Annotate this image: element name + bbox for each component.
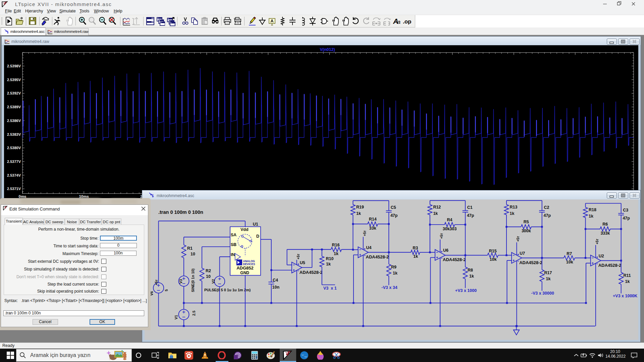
svg-text:+5т: +5т bbox=[363, 230, 367, 236]
svg-text:2.5383V: 2.5383V bbox=[7, 132, 21, 136]
svg-text:R14: R14 bbox=[369, 217, 377, 222]
svg-text:R7: R7 bbox=[567, 251, 572, 256]
svg-text:IN: IN bbox=[231, 252, 235, 257]
svg-text:R13: R13 bbox=[510, 205, 518, 209]
svg-text:SB: SB bbox=[231, 242, 236, 247]
svg-text:+5т: +5т bbox=[516, 236, 520, 242]
svg-text:R4: R4 bbox=[447, 218, 452, 222]
svg-text:47p: 47p bbox=[544, 213, 551, 218]
svg-text:2.5380V: 2.5380V bbox=[7, 146, 21, 150]
svg-text:U5: U5 bbox=[300, 260, 305, 265]
svg-text:R19: R19 bbox=[356, 205, 364, 209]
svg-text:1k: 1k bbox=[393, 271, 397, 276]
svg-text:D: D bbox=[256, 234, 259, 239]
svg-text:DEVICES: DEVICES bbox=[243, 263, 255, 266]
svg-text:R5: R5 bbox=[524, 220, 529, 224]
svg-text:a: a bbox=[397, 19, 400, 25]
svg-text:C3: C3 bbox=[623, 208, 628, 213]
svg-text:333k: 333k bbox=[600, 231, 610, 236]
svg-text:R1: R1 bbox=[187, 246, 193, 251]
svg-text:R16: R16 bbox=[332, 243, 340, 247]
svg-text:ANALOG: ANALOG bbox=[243, 260, 255, 263]
svg-text:+5т: +5т bbox=[595, 239, 599, 244]
svg-text:47p: 47p bbox=[390, 213, 398, 218]
svg-text:C5: C5 bbox=[391, 205, 396, 210]
svg-text:10n: 10n bbox=[272, 285, 280, 290]
svg-text:33k: 33k bbox=[369, 226, 376, 231]
svg-text:2.5386V: 2.5386V bbox=[7, 119, 21, 123]
svg-text:1k: 1k bbox=[625, 279, 630, 284]
svg-text:U2: U2 bbox=[599, 254, 604, 258]
svg-text:R9: R9 bbox=[391, 265, 396, 269]
svg-text:ADA4528-2: ADA4528-2 bbox=[443, 257, 466, 262]
svg-text:10: 10 bbox=[206, 274, 211, 279]
svg-text:+5т: +5т bbox=[296, 254, 300, 259]
svg-text:10k: 10k bbox=[490, 257, 497, 262]
svg-text:V2: V2 bbox=[211, 279, 215, 284]
svg-text:1k: 1k bbox=[589, 214, 593, 219]
svg-text:-V3 x 34: -V3 x 34 bbox=[381, 285, 397, 290]
svg-text:1k: 1k bbox=[413, 254, 418, 259]
svg-text:R10: R10 bbox=[326, 256, 334, 261]
svg-text:+5т: +5т bbox=[154, 280, 158, 285]
svg-text:A: A bbox=[270, 18, 274, 23]
svg-text:2.5395V: 2.5395V bbox=[7, 78, 21, 82]
svg-text:V1: V1 bbox=[174, 315, 178, 319]
svg-text:10: 10 bbox=[191, 252, 195, 256]
svg-text:R12: R12 bbox=[433, 205, 441, 209]
svg-text:2.5377V: 2.5377V bbox=[7, 160, 21, 164]
svg-text:GND: GND bbox=[240, 270, 249, 275]
svg-text:1k: 1k bbox=[546, 277, 551, 281]
svg-text:ADA4528-2: ADA4528-2 bbox=[366, 254, 389, 259]
svg-text:47p: 47p bbox=[467, 213, 474, 218]
svg-text:1k: 1k bbox=[469, 274, 474, 279]
svg-text:1k: 1k bbox=[326, 262, 331, 266]
svg-text:ADA4528-2: ADA4528-2 bbox=[598, 263, 622, 268]
svg-text:U4: U4 bbox=[366, 245, 372, 250]
svg-text:C1: C1 bbox=[467, 205, 473, 210]
svg-text:-V3 x 30000: -V3 x 30000 bbox=[531, 291, 554, 296]
svg-text:R11: R11 bbox=[624, 273, 631, 278]
svg-text:R15: R15 bbox=[489, 249, 497, 253]
svg-text:V3: V3 bbox=[179, 279, 183, 284]
svg-text:Vdd: Vdd bbox=[240, 227, 249, 232]
svg-text:R18: R18 bbox=[589, 207, 596, 212]
svg-text:SA: SA bbox=[231, 233, 236, 237]
svg-text:+V3 x 1000: +V3 x 1000 bbox=[455, 288, 477, 293]
svg-text:R6: R6 bbox=[602, 222, 608, 227]
svg-text:2.5: 2.5 bbox=[192, 311, 196, 316]
svg-text:47p: 47p bbox=[623, 216, 630, 221]
svg-text:+V3 x 1000K: +V3 x 1000K bbox=[613, 294, 637, 298]
svg-text:R17: R17 bbox=[544, 270, 552, 275]
svg-text:U6: U6 bbox=[443, 248, 448, 253]
svg-text:2.5374V: 2.5374V bbox=[7, 173, 21, 177]
svg-text:.op: .op bbox=[403, 18, 411, 25]
svg-text:2.5398V: 2.5398V bbox=[7, 64, 21, 68]
svg-text:C2: C2 bbox=[544, 205, 549, 210]
svg-text:U1: U1 bbox=[253, 222, 258, 227]
svg-text:ADA4528-2: ADA4528-2 bbox=[519, 260, 542, 265]
svg-text:5: 5 bbox=[164, 289, 168, 291]
svg-text:V(n012): V(n012) bbox=[320, 47, 335, 52]
svg-text:2.5389V: 2.5389V bbox=[7, 105, 21, 109]
svg-text:1k: 1k bbox=[356, 211, 361, 216]
svg-text:10k: 10k bbox=[566, 260, 573, 264]
svg-text:1k: 1k bbox=[433, 211, 438, 216]
svg-text:.tran 0 100m 0 100n: .tran 0 100m 0 100n bbox=[158, 209, 203, 215]
svg-text:1k: 1k bbox=[510, 211, 515, 216]
svg-text:30k303: 30k303 bbox=[443, 227, 457, 231]
svg-text:ADA4528-2: ADA4528-2 bbox=[300, 270, 323, 275]
svg-text:2.5392V: 2.5392V bbox=[7, 91, 21, 95]
svg-text:300k: 300k bbox=[522, 229, 531, 233]
svg-text:R8: R8 bbox=[468, 268, 473, 273]
svg-text:1k: 1k bbox=[334, 251, 338, 256]
svg-text:PULSE(0 5 0 1u 1u 1m 2m): PULSE(0 5 0 1u 1u 1m 2m) bbox=[204, 288, 251, 292]
svg-text:R3: R3 bbox=[413, 246, 418, 250]
svg-text:U7: U7 bbox=[520, 251, 525, 256]
svg-text:SINE(0 1n 10): SINE(0 1n 10) bbox=[191, 268, 195, 292]
svg-text:ADG852: ADG852 bbox=[236, 265, 254, 270]
svg-text:C4: C4 bbox=[273, 278, 278, 283]
svg-text:R2: R2 bbox=[206, 268, 211, 273]
svg-text:2.5371V: 2.5371V bbox=[7, 187, 21, 191]
svg-text:+5т: +5т bbox=[439, 233, 443, 239]
